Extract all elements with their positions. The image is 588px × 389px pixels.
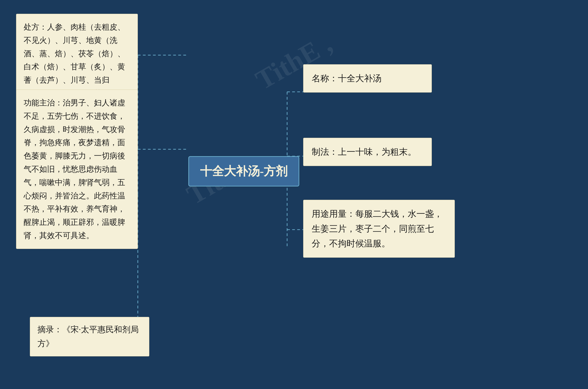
usage-text: 用途用量：每服二大钱，水一盏，生姜三片，枣子二个，同煎至七分，不拘时候温服。 [312,209,443,248]
source-card: 摘录：《宋·太平惠民和剂局方》 [30,317,149,357]
name-text: 名称：十全大补汤 [312,73,382,83]
source-text: 摘录：《宋·太平惠民和剂局方》 [37,325,139,348]
usage-card: 用途用量：每服二大钱，水一盏，生姜三片，枣子二个，同煎至七分，不拘时候温服。 [303,200,455,258]
method-card: 制法：上一十味，为粗末。 [303,138,432,166]
method-text: 制法：上一十味，为粗末。 [312,147,416,157]
center-node: 十全大补汤-方剂 [188,156,299,187]
center-label: 十全大补汤-方剂 [200,165,288,178]
name-card: 名称：十全大补汤 [303,64,432,93]
function-text: 功能主治：治男子、妇人诸虚不足，五劳七伤，不进饮食，久病虚损，时发潮热，气攻骨脊… [24,98,125,240]
function-card: 功能主治：治男子、妇人诸虚不足，五劳七伤，不进饮食，久病虚损，时发潮热，气攻骨脊… [16,90,138,249]
